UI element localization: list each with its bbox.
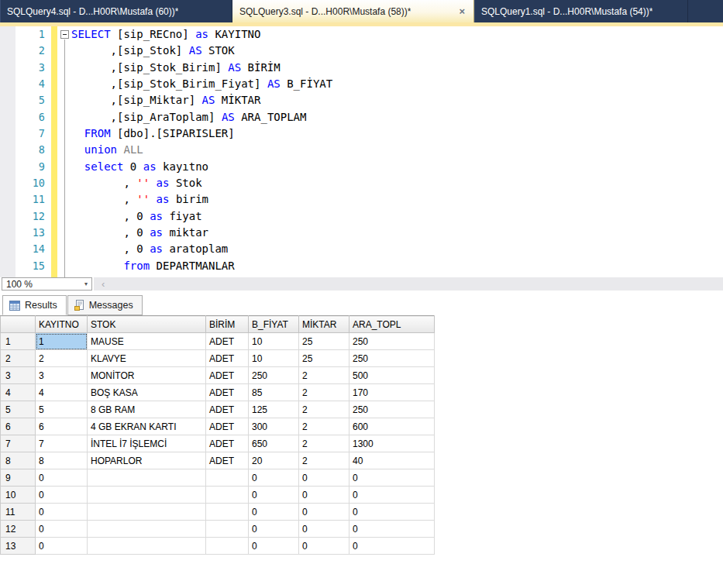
grid-cell[interactable]: 0 — [249, 504, 299, 521]
tab-messages[interactable]: Messages — [67, 295, 143, 315]
grid-cell[interactable]: 0 — [299, 469, 349, 487]
grid-cell[interactable] — [206, 469, 249, 487]
grid-cell[interactable]: 6 — [36, 418, 88, 435]
code-line[interactable]: union ALL — [71, 142, 723, 158]
grid-row-header[interactable]: 9 — [1, 469, 36, 487]
grid-cell[interactable]: 2 — [299, 435, 349, 452]
grid-column-header[interactable]: MİKTAR — [299, 316, 349, 333]
grid-cell[interactable]: 2 — [299, 384, 349, 401]
code-line[interactable]: ,[sip_Stok_Birim_Fiyat] AS B_FİYAT — [71, 76, 723, 92]
grid-cell[interactable]: 0 — [36, 538, 88, 555]
scroll-left-icon[interactable]: ‹ — [102, 278, 105, 290]
code-line[interactable]: SELECT [sip_RECno] as KAYITNO — [71, 26, 723, 43]
code-line[interactable]: , 0 as aratoplam — [71, 241, 723, 257]
grid-column-header[interactable]: STOK — [88, 316, 206, 333]
grid-cell[interactable]: 250 — [349, 333, 435, 350]
grid-row-header[interactable]: 1 — [1, 333, 36, 350]
grid-cell[interactable]: 3 — [36, 367, 88, 384]
grid-cell[interactable]: 0 — [36, 504, 88, 521]
grid-cell[interactable]: 300 — [249, 418, 299, 435]
grid-row-header[interactable]: 7 — [1, 435, 36, 452]
grid-row-header[interactable]: 5 — [1, 401, 36, 418]
grid-cell[interactable]: 600 — [349, 418, 435, 435]
grid-cell[interactable]: 4 GB EKRAN KARTI — [88, 418, 206, 435]
grid-cell[interactable] — [88, 487, 206, 504]
grid-cell[interactable] — [206, 504, 249, 521]
code-line[interactable]: , '' as birim — [71, 191, 723, 208]
grid-cell[interactable]: 20 — [249, 452, 299, 469]
collapse-region-icon[interactable] — [60, 30, 69, 39]
grid-cell[interactable]: 0 — [349, 538, 435, 555]
grid-cell[interactable]: 1 — [36, 333, 88, 350]
grid-cell[interactable]: 0 — [299, 521, 349, 538]
code-line[interactable]: , 0 as fiyat — [71, 208, 723, 225]
code-line[interactable]: ,[sip_Miktar] AS MİKTAR — [71, 92, 723, 108]
grid-cell[interactable]: 0 — [299, 538, 349, 555]
code-line[interactable]: , 0 as miktar — [71, 225, 723, 241]
grid-row-header[interactable]: 4 — [1, 384, 36, 401]
grid-cell[interactable]: 10 — [249, 333, 299, 350]
grid-cell[interactable]: 2 — [299, 367, 349, 384]
close-tab-icon[interactable]: × — [457, 6, 467, 16]
grid-cell[interactable]: 2 — [36, 350, 88, 367]
grid-cell[interactable]: 0 — [349, 504, 435, 521]
grid-cell[interactable] — [206, 521, 249, 538]
grid-cell[interactable] — [88, 504, 206, 521]
grid-cell[interactable]: 500 — [349, 367, 435, 384]
grid-cell[interactable]: ADET — [206, 401, 249, 418]
tab-results[interactable]: Results — [2, 295, 67, 315]
grid-cell[interactable]: ADET — [206, 435, 249, 452]
grid-column-header[interactable]: BİRİM — [206, 316, 249, 333]
document-tab[interactable]: SQLQuery3.sql - D...H00R\Mustafa (58))*× — [232, 0, 474, 22]
grid-row-header[interactable]: 13 — [1, 538, 36, 555]
grid-cell[interactable]: 0 — [249, 538, 299, 555]
grid-cell[interactable]: 125 — [249, 401, 299, 418]
grid-cell[interactable]: 4 — [36, 384, 88, 401]
grid-cell[interactable]: 5 — [36, 401, 88, 418]
horizontal-scrollbar[interactable]: ‹ — [94, 277, 723, 291]
grid-cell[interactable]: BOŞ KASA — [88, 384, 206, 401]
grid-cell[interactable]: ADET — [206, 367, 249, 384]
grid-cell[interactable]: ADET — [206, 452, 249, 469]
grid-column-header[interactable]: ARA_TOPL — [349, 316, 435, 333]
grid-cell[interactable] — [88, 521, 206, 538]
grid-cell[interactable]: 25 — [299, 333, 349, 350]
grid-cell[interactable] — [88, 469, 206, 487]
grid-cell[interactable]: 0 — [349, 487, 435, 504]
grid-cell[interactable]: 85 — [249, 384, 299, 401]
grid-cell[interactable]: MONİTOR — [88, 367, 206, 384]
grid-cell[interactable]: 1300 — [349, 435, 435, 452]
grid-cell[interactable]: İNTEL İ7 İŞLEMCİ — [88, 435, 206, 452]
grid-cell[interactable]: 250 — [349, 350, 435, 367]
grid-cell[interactable]: KLAVYE — [88, 350, 206, 367]
document-tab[interactable]: SQLQuery1.sql - D...H00R\Mustafa (54))* — [474, 0, 688, 22]
grid-cell[interactable]: 2 — [299, 401, 349, 418]
grid-cell[interactable]: 0 — [349, 521, 435, 538]
grid-cell[interactable]: HOPARLOR — [88, 452, 206, 469]
code-area[interactable]: SELECT [sip_RECno] as KAYITNO ,[sip_Stok… — [71, 26, 723, 277]
grid-column-header[interactable]: B_FİYAT — [249, 316, 299, 333]
grid-column-header[interactable]: KAYITNO — [36, 316, 88, 333]
grid-row-header[interactable]: 11 — [1, 504, 36, 521]
grid-cell[interactable]: ADET — [206, 384, 249, 401]
grid-cell[interactable]: 0 — [36, 469, 88, 487]
grid-cell[interactable]: 25 — [299, 350, 349, 367]
grid-cell[interactable]: 40 — [349, 452, 435, 469]
grid-row-header[interactable]: 3 — [1, 367, 36, 384]
grid-row-header[interactable]: 12 — [1, 521, 36, 538]
sql-editor[interactable]: 12345678910111213141516 SELECT [sip_RECn… — [0, 26, 723, 277]
code-line[interactable]: , '' as Stok — [71, 175, 723, 191]
grid-cell[interactable]: 0 — [299, 487, 349, 504]
grid-cell[interactable]: 0 — [349, 469, 435, 487]
grid-row-header[interactable]: 8 — [1, 452, 36, 469]
code-line[interactable]: select 0 as kayıtno — [71, 159, 723, 175]
code-line[interactable]: ,[sip_Stok_Birim] AS BİRİM — [71, 60, 723, 76]
grid-cell[interactable]: 0 — [249, 487, 299, 504]
grid-cell[interactable]: ADET — [206, 333, 249, 350]
grid-cell[interactable]: ADET — [206, 350, 249, 367]
grid-cell[interactable]: 250 — [249, 367, 299, 384]
grid-cell[interactable]: 7 — [36, 435, 88, 452]
grid-cell[interactable]: 0 — [36, 521, 88, 538]
code-line[interactable]: FROM [dbo].[SIPARISLER] — [71, 126, 723, 142]
grid-corner-cell[interactable] — [1, 316, 36, 333]
